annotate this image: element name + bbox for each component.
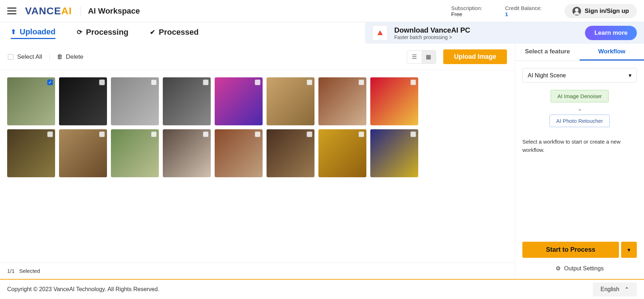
image-thumbnail[interactable]: ✓ — [7, 77, 55, 125]
thumbnail-checkbox[interactable] — [99, 131, 105, 137]
credit-value[interactable]: 1 — [505, 11, 542, 17]
grid-view-button[interactable]: ▦ — [421, 50, 436, 63]
output-settings-label: Output Settings — [564, 265, 604, 272]
thumbnail-checkbox[interactable] — [358, 79, 364, 85]
trash-icon: 🗑 — [57, 53, 63, 61]
thumbnail-checkbox[interactable] — [203, 79, 209, 85]
thumbnail-checkbox[interactable] — [47, 131, 53, 137]
upload-button[interactable]: Upload Image — [443, 49, 507, 64]
promo-title: Download VanceAI PC — [394, 26, 579, 34]
subscription-block: Subscription: Free — [451, 5, 482, 17]
select-all-checkbox[interactable] — [8, 54, 14, 60]
thumbnail-checkbox[interactable]: ✓ — [47, 79, 53, 85]
thumbnail-checkbox[interactable] — [255, 131, 260, 137]
delete-button[interactable]: 🗑 Delete — [57, 53, 83, 61]
tab-processing-label: Processing — [86, 28, 128, 37]
subheader: ⬆ Uploaded ⟳ Processing ✔ Processed 🔺 Do… — [0, 22, 644, 44]
thumbnail-checkbox[interactable] — [151, 79, 157, 85]
image-thumbnail[interactable] — [111, 77, 159, 125]
image-thumbnail[interactable] — [111, 129, 159, 177]
subscription-value: Free — [451, 11, 482, 17]
page-title: AI Workspace — [80, 6, 140, 16]
image-grid-wrap: ✓ — [0, 70, 515, 262]
workflow-step-1[interactable]: AI Image Denoiser — [551, 90, 609, 102]
image-thumbnail[interactable] — [163, 77, 211, 125]
process-dropdown-button[interactable]: ▼ — [621, 242, 637, 258]
tab-select-feature[interactable]: Select a feature — [515, 44, 580, 61]
header: VANCEAI AI Workspace Subscription: Free … — [0, 0, 644, 22]
subscription-label: Subscription: — [451, 5, 482, 11]
workflow-step-2[interactable]: AI Photo Retoucher — [550, 115, 610, 127]
image-grid: ✓ — [7, 77, 508, 177]
image-thumbnail[interactable] — [267, 129, 314, 177]
footer: Copyright © 2023 VanceAI Technology. All… — [0, 279, 644, 299]
chevron-up-icon: ⌃ — [624, 286, 629, 293]
view-toggle: ☰ ▦ — [407, 50, 436, 64]
selected-count: 1/1 — [7, 268, 15, 274]
check-icon: ✔ — [150, 28, 155, 36]
thumbnail-checkbox[interactable] — [99, 79, 105, 85]
select-all[interactable]: Select All — [8, 53, 42, 61]
signin-label: Sign in/Sign up — [585, 8, 629, 15]
divider — [49, 53, 50, 61]
feature-dropdown[interactable]: AI Night Scene ▾ — [522, 68, 637, 83]
tab-workflow[interactable]: Workflow — [580, 44, 644, 61]
image-thumbnail[interactable] — [163, 129, 211, 177]
promo-banner: 🔺 Download VanceAI PC Faster batch proce… — [365, 22, 644, 44]
image-thumbnail[interactable] — [215, 77, 263, 125]
logo[interactable]: VANCEAI — [25, 5, 72, 17]
learn-more-button[interactable]: Learn more — [585, 26, 637, 40]
language-label: English — [601, 286, 619, 293]
status-bar: 1/1 Selected — [0, 262, 515, 279]
stage-tabs: ⬆ Uploaded ⟳ Processing ✔ Processed — [0, 22, 365, 44]
image-thumbnail[interactable] — [370, 77, 418, 125]
main: Select All 🗑 Delete ☰ ▦ Upload Image ✓ 1… — [0, 44, 644, 279]
thumbnail-checkbox[interactable] — [307, 131, 312, 137]
promo-subtitle[interactable]: Faster batch processing > — [394, 34, 579, 40]
thumbnail-checkbox[interactable] — [203, 131, 209, 137]
selected-label: Selected — [19, 268, 40, 274]
chevron-down-icon: ⌄ — [577, 105, 582, 112]
output-settings-button[interactable]: ⚙ Output Settings — [515, 265, 644, 279]
image-thumbnail[interactable] — [267, 77, 314, 125]
grid-toolbar: Select All 🗑 Delete ☰ ▦ Upload Image — [0, 44, 515, 70]
feature-selected-label: AI Night Scene — [528, 72, 566, 79]
workflow-hint: Select a workflow to start or create a n… — [515, 127, 644, 165]
start-process-button[interactable]: Start to Process — [522, 242, 619, 258]
tab-processed[interactable]: ✔ Processed — [150, 28, 199, 38]
image-thumbnail[interactable] — [318, 129, 366, 177]
list-view-button[interactable]: ☰ — [407, 50, 421, 63]
tab-processed-label: Processed — [159, 28, 199, 37]
thumbnail-checkbox[interactable] — [358, 131, 364, 137]
image-thumbnail[interactable] — [370, 129, 418, 177]
image-thumbnail[interactable] — [7, 129, 55, 177]
image-thumbnail[interactable] — [318, 77, 366, 125]
side-panel: Select a feature Workflow AI Night Scene… — [515, 44, 644, 279]
thumbnail-checkbox[interactable] — [410, 131, 416, 137]
tab-uploaded[interactable]: ⬆ Uploaded — [11, 27, 55, 39]
delete-label: Delete — [66, 53, 83, 61]
thumbnail-checkbox[interactable] — [410, 79, 416, 85]
copyright: Copyright © 2023 VanceAI Technology. All… — [7, 286, 159, 293]
language-selector[interactable]: English ⌃ — [593, 283, 637, 296]
logo-text-primary: VANCE — [25, 5, 61, 16]
gear-icon: ⚙ — [556, 265, 561, 272]
image-thumbnail[interactable] — [215, 129, 263, 177]
select-all-label: Select All — [17, 53, 42, 61]
app-icon: 🔺 — [372, 25, 388, 41]
chevron-down-icon: ▾ — [629, 72, 631, 79]
tab-uploaded-label: Uploaded — [20, 27, 55, 37]
image-thumbnail[interactable] — [59, 129, 107, 177]
refresh-icon: ⟳ — [77, 28, 82, 36]
thumbnail-checkbox[interactable] — [151, 131, 157, 137]
content-panel: Select All 🗑 Delete ☰ ▦ Upload Image ✓ 1… — [0, 44, 515, 279]
credit-block: Credit Balance: 1 — [505, 5, 542, 17]
thumbnail-checkbox[interactable] — [307, 79, 312, 85]
tab-processing[interactable]: ⟳ Processing — [77, 28, 128, 38]
logo-text-accent: AI — [61, 5, 72, 16]
upload-icon: ⬆ — [11, 28, 16, 36]
image-thumbnail[interactable] — [59, 77, 107, 125]
thumbnail-checkbox[interactable] — [255, 79, 260, 85]
menu-icon[interactable] — [7, 8, 16, 14]
signin-button[interactable]: Sign in/Sign up — [565, 4, 637, 18]
